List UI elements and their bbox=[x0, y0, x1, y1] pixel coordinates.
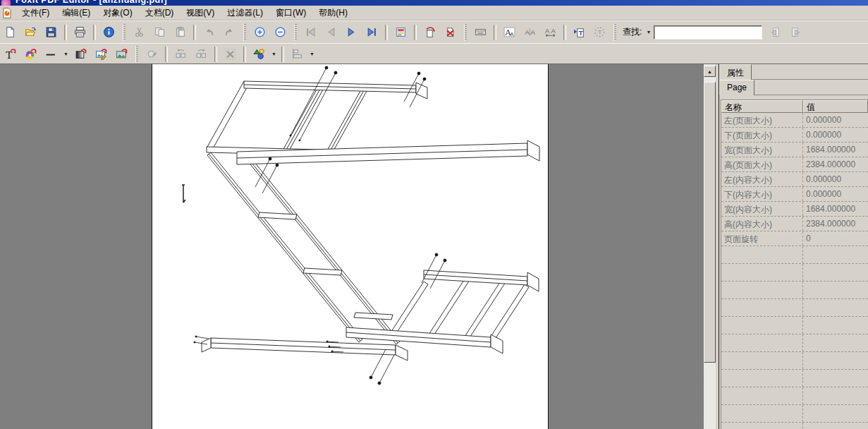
vertical-scrollbar[interactable]: ▲ bbox=[704, 64, 716, 429]
text-circle[interactable]: T bbox=[590, 23, 609, 41]
menu-filter[interactable]: 过滤器(L) bbox=[221, 6, 269, 20]
prop-value[interactable]: 0.000000 bbox=[803, 113, 868, 127]
property-row-empty bbox=[721, 370, 868, 387]
prop-value[interactable]: 2384.000000 bbox=[803, 157, 868, 171]
shapes-dropdown[interactable]: ▼ bbox=[269, 47, 279, 61]
shapes-tool[interactable] bbox=[250, 45, 269, 63]
undo[interactable] bbox=[200, 23, 219, 41]
delete-page[interactable] bbox=[441, 23, 460, 41]
text-import[interactable]: T bbox=[570, 23, 589, 41]
find-history-dropdown[interactable]: ▼ bbox=[644, 25, 653, 39]
last-page[interactable] bbox=[362, 23, 381, 41]
property-row: 左(内容大小)0.000000 bbox=[721, 172, 868, 187]
toolbar-gripper bbox=[613, 24, 616, 41]
font-scale[interactable]: AA bbox=[500, 23, 519, 41]
scrollbar-thumb[interactable] bbox=[704, 82, 716, 363]
redo[interactable] bbox=[220, 23, 239, 41]
align-tool[interactable] bbox=[288, 45, 307, 63]
toolbar-separator bbox=[243, 47, 246, 62]
toolbar-gripper bbox=[464, 24, 467, 41]
paste[interactable] bbox=[171, 23, 190, 41]
toolbar-separator bbox=[64, 25, 67, 40]
page-canvas[interactable] bbox=[152, 64, 549, 429]
text-tool[interactable]: T bbox=[1, 45, 20, 63]
svg-text:A: A bbox=[511, 31, 514, 37]
toolbar-separator bbox=[494, 25, 496, 40]
prop-name: 下(内容大小) bbox=[721, 187, 803, 201]
menu-file[interactable]: 文件(F) bbox=[16, 6, 56, 20]
prop-value[interactable]: 1684.000000 bbox=[803, 202, 868, 216]
find-input[interactable] bbox=[654, 25, 762, 40]
prop-value[interactable]: 0.000000 bbox=[803, 172, 868, 186]
property-row-empty bbox=[721, 405, 868, 423]
color-tool[interactable] bbox=[21, 45, 40, 63]
delete-object[interactable] bbox=[221, 45, 240, 63]
panel-tab-properties[interactable]: 属性 bbox=[719, 64, 752, 80]
select-object[interactable] bbox=[142, 45, 161, 63]
align-dropdown[interactable]: ▼ bbox=[307, 47, 317, 61]
toolbar-object: T▼▼▼ bbox=[0, 43, 868, 64]
print[interactable] bbox=[71, 23, 90, 41]
svg-text:A: A bbox=[525, 28, 530, 36]
menu-view[interactable]: 视图(V) bbox=[180, 6, 221, 20]
properties-panel: 属性 Page 名称 值 左(页面大小)0.000000下(页面大小)0.000… bbox=[719, 64, 868, 429]
kern-space[interactable]: AA bbox=[541, 23, 560, 41]
svg-text:T: T bbox=[6, 49, 13, 60]
fill-style[interactable] bbox=[71, 45, 90, 63]
prop-value[interactable]: 2384.000000 bbox=[803, 217, 868, 231]
cut[interactable] bbox=[130, 23, 149, 41]
panel-tab-page[interactable]: Page bbox=[719, 80, 754, 95]
rotate-group-left[interactable] bbox=[171, 45, 190, 63]
prev-page[interactable] bbox=[322, 23, 341, 41]
zoom-in[interactable] bbox=[250, 23, 269, 41]
zoom-out[interactable] bbox=[271, 23, 290, 41]
prop-value[interactable]: 0 bbox=[803, 231, 868, 246]
panel-tab-strip: Page bbox=[719, 80, 868, 95]
menu-document[interactable]: 文档(D) bbox=[139, 6, 181, 20]
property-row: 下(页面大小)0.000000 bbox=[721, 128, 868, 143]
property-row: 高(内容大小)2384.000000 bbox=[721, 217, 868, 231]
isometric-frame-drawing bbox=[152, 64, 548, 428]
new-file[interactable] bbox=[1, 23, 20, 41]
page-layout[interactable] bbox=[391, 23, 410, 41]
prop-value[interactable]: 0.000000 bbox=[803, 128, 868, 142]
prop-value[interactable]: 0.000000 bbox=[803, 187, 868, 201]
prop-name: 左(页面大小) bbox=[721, 113, 803, 127]
property-row-empty bbox=[721, 387, 868, 405]
line-style-dropdown[interactable]: ▼ bbox=[61, 47, 71, 61]
column-header-value: 值 bbox=[803, 100, 868, 113]
find-label: 查找: bbox=[623, 26, 642, 38]
svg-text:T: T bbox=[598, 28, 602, 36]
menu-help[interactable]: 帮助(H) bbox=[312, 6, 354, 20]
menu-bar: 文件(F)编辑(E)对象(O)文档(D)视图(V)过滤器(L)窗口(W)帮助(H… bbox=[0, 6, 868, 20]
menu-object[interactable]: 对象(O) bbox=[97, 6, 138, 20]
toolbar-separator bbox=[385, 25, 388, 40]
scroll-up-button[interactable]: ▲ bbox=[704, 66, 716, 77]
kern-pair[interactable]: AA bbox=[520, 23, 539, 41]
edit-image[interactable] bbox=[92, 45, 111, 63]
next-page[interactable] bbox=[342, 23, 361, 41]
find-next[interactable] bbox=[786, 23, 805, 41]
rotate-group-right[interactable] bbox=[192, 45, 211, 63]
rotate-page[interactable] bbox=[420, 23, 439, 41]
copy[interactable] bbox=[150, 23, 169, 41]
find-prev[interactable] bbox=[766, 23, 785, 41]
insert-image[interactable] bbox=[112, 45, 131, 63]
document-info[interactable] bbox=[99, 23, 118, 41]
property-row: 下(内容大小)0.000000 bbox=[721, 187, 868, 202]
keyboard[interactable] bbox=[471, 23, 490, 41]
prop-value[interactable]: 1684.000000 bbox=[803, 143, 868, 157]
menu-window[interactable]: 窗口(W) bbox=[269, 6, 312, 20]
line-style[interactable] bbox=[42, 45, 61, 63]
open-file[interactable] bbox=[21, 23, 40, 41]
svg-text:T: T bbox=[579, 29, 583, 37]
property-row-empty bbox=[721, 282, 868, 299]
toolbar-separator bbox=[281, 47, 284, 62]
toolbar-separator bbox=[414, 25, 417, 40]
toolbar-gripper bbox=[123, 24, 126, 41]
property-row-empty bbox=[721, 317, 868, 334]
menu-edit[interactable]: 编辑(E) bbox=[56, 6, 97, 20]
save-file[interactable] bbox=[42, 23, 61, 41]
property-row-empty bbox=[721, 264, 868, 282]
first-page[interactable] bbox=[301, 23, 320, 41]
